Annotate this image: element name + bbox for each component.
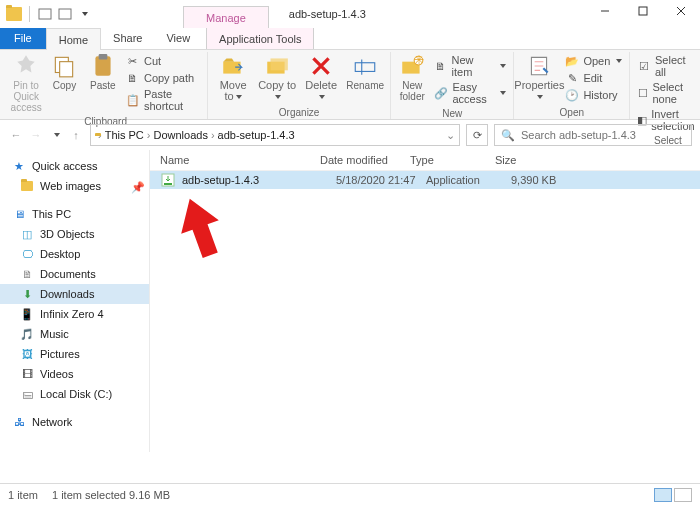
selectall-icon: ☑ xyxy=(637,59,651,73)
col-name[interactable]: Name xyxy=(160,154,320,166)
sidebar-item-desktop[interactable]: 🖵Desktop xyxy=(0,244,149,264)
rename-button[interactable]: Rename xyxy=(344,52,386,93)
edit-button[interactable]: ✎Edit xyxy=(562,70,625,86)
moveto-label: Move to xyxy=(220,79,247,102)
copypath-label: Copy path xyxy=(144,72,194,84)
sidebar-this-pc[interactable]: 🖥This PC xyxy=(0,204,149,224)
col-size[interactable]: Size xyxy=(495,154,690,166)
selectall-label: Select all xyxy=(655,54,699,78)
forward-button[interactable]: → xyxy=(28,127,44,143)
minimize-button[interactable] xyxy=(586,0,624,22)
new-item-button[interactable]: 🗎New item xyxy=(431,53,509,79)
disk-icon: 🖴 xyxy=(20,387,34,401)
ribbon-tabs: File Home Share View Application Tools xyxy=(0,28,700,50)
col-type[interactable]: Type xyxy=(410,154,495,166)
svg-text:✳: ✳ xyxy=(414,53,424,67)
move-to-button[interactable]: Move to xyxy=(212,52,254,104)
copy-button[interactable]: Copy xyxy=(46,52,82,93)
sidebar-label: Music xyxy=(40,328,69,340)
close-button[interactable] xyxy=(662,0,700,22)
ribbon: Pin to Quick access Copy Paste ✂Cut 🗎Cop… xyxy=(0,50,700,120)
group-label: New xyxy=(395,107,509,120)
group-label: Organize xyxy=(212,106,386,119)
easyaccess-label: Easy access xyxy=(452,81,494,105)
maximize-button[interactable] xyxy=(624,0,662,22)
file-row[interactable]: adb-setup-1.4.3 5/18/2020 21:47 Applicat… xyxy=(150,171,700,189)
downloads-icon: ⬇ xyxy=(20,287,34,301)
addr-dropdown[interactable]: ⌄ xyxy=(446,129,455,142)
sidebar-item-downloads[interactable]: ⬇Downloads xyxy=(0,284,149,304)
sidebar-label: Local Disk (C:) xyxy=(40,388,112,400)
copyto-label: Copy to xyxy=(258,79,296,91)
crumb-downloads[interactable]: Downloads xyxy=(153,129,207,141)
scissors-icon: ✂ xyxy=(126,54,140,68)
selectnone-icon: ☐ xyxy=(637,86,648,100)
open-button[interactable]: 📂Open xyxy=(562,53,625,69)
copy-path-button[interactable]: 🗎Copy path xyxy=(123,70,203,86)
pasteshortcut-label: Paste shortcut xyxy=(144,88,200,112)
sidebar-label: Web images xyxy=(40,180,101,192)
folder-icon xyxy=(20,179,34,193)
new-folder-button[interactable]: ✳ New folder xyxy=(395,52,429,104)
qat-item[interactable] xyxy=(37,6,53,22)
sidebar-item-local-disk[interactable]: 🖴Local Disk (C:) xyxy=(0,384,149,404)
recent-dropdown[interactable] xyxy=(48,127,64,143)
file-type: Application xyxy=(426,174,511,186)
status-bar: 1 item 1 item selected 9.16 MB xyxy=(0,483,700,505)
home-tab[interactable]: Home xyxy=(46,28,101,50)
selectnone-label: Select none xyxy=(652,81,698,105)
svg-rect-12 xyxy=(271,58,288,70)
details-view-button[interactable] xyxy=(654,488,672,502)
share-tab[interactable]: Share xyxy=(101,27,154,49)
pin-to-quick-access-button[interactable]: Pin to Quick access xyxy=(8,52,44,115)
delete-button[interactable]: Delete xyxy=(300,52,342,104)
properties-label: Properties xyxy=(514,79,564,91)
title-bar: Manage adb-setup-1.4.3 xyxy=(0,0,700,28)
sidebar-label: Pictures xyxy=(40,348,80,360)
paste-button[interactable]: Paste xyxy=(85,52,121,93)
sidebar-item-music[interactable]: 🎵Music xyxy=(0,324,149,344)
application-tools-tab[interactable]: Application Tools xyxy=(206,27,314,49)
rename-icon xyxy=(352,54,378,78)
column-headers[interactable]: Name Date modified Type Size xyxy=(150,150,700,171)
back-button[interactable]: ← xyxy=(8,127,24,143)
col-date[interactable]: Date modified xyxy=(320,154,410,166)
up-button[interactable]: ↑ xyxy=(68,127,84,143)
sidebar-item-3d-objects[interactable]: ◫3D Objects xyxy=(0,224,149,244)
refresh-button[interactable]: ⟳ xyxy=(466,124,488,146)
sidebar-item-videos[interactable]: 🎞Videos xyxy=(0,364,149,384)
properties-button[interactable]: Properties xyxy=(518,52,560,104)
file-tab[interactable]: File xyxy=(0,27,46,49)
search-box[interactable]: 🔍 xyxy=(494,124,692,146)
sidebar-item-infinix[interactable]: 📱Infinix Zero 4 xyxy=(0,304,149,324)
history-button[interactable]: 🕑History xyxy=(562,87,625,103)
qat-dropdown[interactable] xyxy=(77,6,93,22)
easy-access-button[interactable]: 🔗Easy access xyxy=(431,80,509,106)
sidebar-item-pictures[interactable]: 🖼Pictures xyxy=(0,344,149,364)
copy-to-button[interactable]: Copy to xyxy=(256,52,298,104)
search-input[interactable] xyxy=(521,129,685,141)
sidebar-item-documents[interactable]: 🗎Documents xyxy=(0,264,149,284)
breadcrumb[interactable]: › This PC › Downloads › adb-setup-1.4.3 … xyxy=(90,124,460,146)
sidebar-label: 3D Objects xyxy=(40,228,94,240)
file-name: adb-setup-1.4.3 xyxy=(182,174,336,186)
sidebar-network[interactable]: 🖧Network xyxy=(0,412,149,432)
crumb-leaf[interactable]: adb-setup-1.4.3 xyxy=(218,129,295,141)
select-none-button[interactable]: ☐Select none xyxy=(634,80,700,106)
sidebar-web-images[interactable]: Web images📌 xyxy=(0,176,149,196)
pc-icon: 🖥 xyxy=(12,207,26,221)
search-icon: 🔍 xyxy=(501,129,515,142)
history-icon: 🕑 xyxy=(565,88,579,102)
crumb-thispc[interactable]: This PC xyxy=(105,129,144,141)
navigation-pane: ★Quick access Web images📌 🖥This PC ◫3D O… xyxy=(0,150,150,452)
documents-icon: 🗎 xyxy=(20,267,34,281)
sidebar-quick-access[interactable]: ★Quick access xyxy=(0,156,149,176)
moveto-icon xyxy=(220,54,246,78)
cut-button[interactable]: ✂Cut xyxy=(123,53,203,69)
view-tab[interactable]: View xyxy=(154,27,202,49)
paste-shortcut-button[interactable]: 📋Paste shortcut xyxy=(123,87,203,113)
svg-rect-19 xyxy=(164,183,172,185)
thumbnails-view-button[interactable] xyxy=(674,488,692,502)
select-all-button[interactable]: ☑Select all xyxy=(634,53,700,79)
qat-item[interactable] xyxy=(57,6,73,22)
